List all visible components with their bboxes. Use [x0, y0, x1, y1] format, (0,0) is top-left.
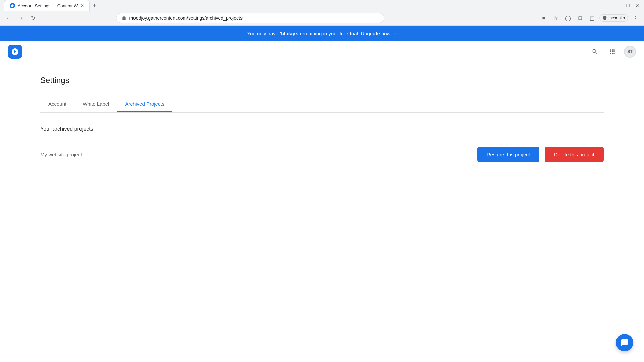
extensions-puzzle-icon[interactable]: □: [575, 13, 585, 23]
action-buttons: Restore this project Delete this project: [477, 147, 604, 162]
minimize-button[interactable]: —: [616, 3, 621, 8]
trial-banner: You only have 14 days remaining in your …: [0, 26, 644, 41]
svg-point-0: [11, 4, 14, 7]
tab-account[interactable]: Account: [40, 96, 74, 112]
lock-icon: [122, 16, 126, 20]
bookmark-icon[interactable]: ☆: [551, 13, 560, 23]
project-name: My website project: [40, 152, 477, 157]
trial-days: 14 days: [280, 31, 298, 36]
main-content: Settings Account White Label Archived Pr…: [0, 62, 644, 182]
browser-tab[interactable]: Account Settings — Content W ✕: [4, 0, 90, 11]
incognito-badge[interactable]: Incognito: [599, 14, 628, 22]
tab-archived-projects[interactable]: Archived Projects: [117, 96, 172, 112]
section-title: Your archived projects: [40, 126, 604, 132]
restore-project-button[interactable]: Restore this project: [477, 147, 539, 162]
apps-icon[interactable]: [606, 46, 619, 58]
project-row: My website project Restore this project …: [40, 140, 604, 169]
forward-button[interactable]: →: [16, 13, 25, 23]
address-bar: ← → ↻ moodjoy.gathercontent.com/settings…: [0, 11, 644, 25]
incognito-icon: [602, 16, 607, 20]
header-right: ST: [589, 46, 636, 58]
close-button[interactable]: ✕: [635, 3, 640, 8]
tab-white-label[interactable]: White Label: [74, 96, 117, 112]
trial-prefix: You only have: [247, 31, 280, 36]
chat-button[interactable]: [616, 334, 633, 351]
new-tab-button[interactable]: +: [90, 1, 99, 10]
logo-icon: [11, 48, 19, 56]
sidebar-icon[interactable]: ◫: [587, 13, 597, 23]
trial-suffix: remaining in your free trial. Upgrade no…: [298, 31, 397, 36]
menu-icon[interactable]: ⋮: [631, 13, 640, 23]
app-logo[interactable]: [8, 45, 22, 59]
extensions-icon[interactable]: ■: [539, 13, 548, 23]
browser-toolbar: ■ ☆ ◯ □ ◫ Incognito ⋮: [539, 13, 640, 23]
chat-icon: [621, 339, 629, 347]
app-header: ST: [0, 41, 644, 62]
tab-favicon: [10, 3, 15, 8]
delete-project-button[interactable]: Delete this project: [545, 147, 604, 162]
page-title: Settings: [40, 76, 604, 85]
address-input[interactable]: moodjoy.gathercontent.com/settings/archi…: [116, 13, 384, 23]
settings-tabs: Account White Label Archived Projects: [40, 96, 604, 113]
profile-icon[interactable]: ◯: [563, 13, 573, 23]
tab-title: Account Settings — Content W: [18, 3, 78, 8]
back-button[interactable]: ←: [4, 13, 13, 23]
restore-button[interactable]: ❐: [625, 3, 631, 8]
search-icon[interactable]: [589, 46, 601, 58]
reload-button[interactable]: ↻: [28, 13, 38, 23]
user-avatar[interactable]: ST: [624, 46, 636, 58]
close-tab-icon[interactable]: ✕: [80, 3, 84, 8]
url-text: moodjoy.gathercontent.com/settings/archi…: [129, 15, 379, 21]
